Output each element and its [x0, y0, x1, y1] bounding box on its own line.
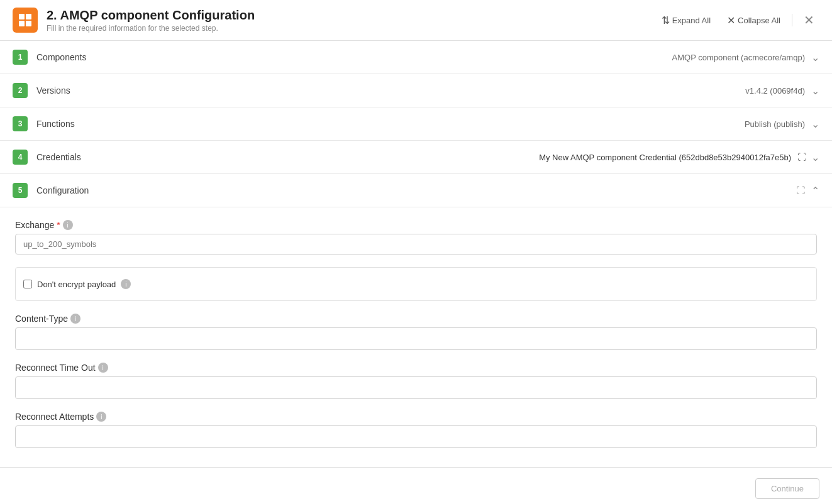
svg-rect-0 — [19, 14, 25, 19]
content-area: 1 Components AMQP component (acmecore/am… — [0, 41, 832, 468]
step-number-3: 3 — [13, 116, 28, 131]
reconnect-timeout-field-group: Reconnect Time Out i — [15, 363, 817, 399]
reconnect-attempts-input[interactable] — [15, 425, 817, 448]
chevron-down-icon-3: ⌄ — [811, 118, 819, 130]
logo-icon — [18, 13, 33, 28]
content-type-info-icon[interactable]: i — [70, 314, 80, 324]
step-label-4: Credentials — [36, 152, 539, 162]
fullscreen-icon-4[interactable]: ⛶ — [797, 152, 806, 162]
reconnect-timeout-label-row: Reconnect Time Out i — [15, 363, 817, 373]
svg-rect-1 — [26, 14, 31, 19]
reconnect-timeout-label: Reconnect Time Out — [15, 363, 96, 373]
reconnect-timeout-info-icon[interactable]: i — [98, 363, 108, 373]
step-value-3: Publish (publish) — [745, 119, 805, 129]
header-divider — [792, 14, 792, 26]
step-label-2: Versions — [36, 85, 745, 96]
modal-footer: Continue — [0, 468, 832, 504]
svg-rect-3 — [26, 21, 31, 26]
reconnect-attempts-label: Reconnect Attempts — [15, 412, 94, 422]
reconnect-attempts-info-icon[interactable]: i — [96, 412, 106, 422]
page-subtitle: Fill in the required information for the… — [47, 24, 657, 33]
step-label-1: Components — [36, 52, 672, 62]
step-value-4: My New AMQP component Credential (652dbd… — [539, 153, 791, 162]
expand-all-icon: ⇅ — [662, 14, 670, 26]
fullscreen-icon-5[interactable]: ⛶ — [796, 185, 805, 195]
step-value-1: AMQP component (acmecore/amqp) — [672, 53, 805, 62]
exchange-required-star: * — [57, 220, 60, 230]
config-body: Exchange * i Don't encrypt payload i — [0, 207, 832, 467]
config-section-header[interactable]: 5 Configuration ⛶ ⌃ — [0, 174, 832, 207]
expand-all-button[interactable]: ⇅ Expand All — [657, 12, 716, 29]
chevron-down-icon-4: ⌄ — [811, 151, 819, 163]
step-row-1[interactable]: 1 Components AMQP component (acmecore/am… — [0, 41, 832, 74]
step-row-4[interactable]: 4 Credentials My New AMQP component Cred… — [0, 141, 832, 174]
exchange-info-icon[interactable]: i — [63, 220, 73, 230]
modal-container: 2. AMQP component Configuration Fill in … — [0, 0, 832, 504]
modal-header: 2. AMQP component Configuration Fill in … — [0, 0, 832, 41]
dont-encrypt-label: Don't encrypt payload — [37, 280, 116, 289]
encrypt-checkbox-container: Don't encrypt payload i — [15, 267, 817, 301]
dont-encrypt-info-icon[interactable]: i — [121, 279, 131, 289]
expand-all-label: Expand All — [672, 16, 711, 25]
content-type-label-row: Content-Type i — [15, 314, 817, 324]
header-title-block: 2. AMQP component Configuration Fill in … — [47, 8, 657, 33]
content-type-input[interactable] — [15, 327, 817, 350]
step-row-2[interactable]: 2 Versions v1.4.2 (0069f4d) ⌄ — [0, 74, 832, 107]
collapse-all-button[interactable]: ✕ Collapse All — [722, 12, 785, 29]
reconnect-attempts-field-group: Reconnect Attempts i — [15, 412, 817, 448]
step-label-5: Configuration — [36, 185, 416, 195]
reconnect-timeout-input[interactable] — [15, 376, 817, 399]
close-button[interactable]: ✕ — [799, 11, 819, 29]
chevron-down-icon-1: ⌄ — [811, 52, 819, 63]
step-number-4: 4 — [13, 150, 28, 165]
dont-encrypt-checkbox[interactable] — [23, 280, 32, 288]
page-title: 2. AMQP component Configuration — [47, 8, 657, 23]
exchange-label: Exchange — [15, 220, 54, 230]
continue-button[interactable]: Continue — [755, 478, 819, 499]
header-actions: ⇅ Expand All ✕ Collapse All ✕ — [657, 11, 819, 29]
exchange-label-row: Exchange * i — [15, 220, 817, 230]
chevron-up-icon-5[interactable]: ⌃ — [811, 185, 819, 197]
svg-rect-2 — [19, 21, 25, 26]
step-number-5: 5 — [13, 183, 28, 198]
chevron-down-icon-2: ⌄ — [811, 85, 819, 97]
step-label-3: Functions — [36, 119, 745, 129]
exchange-field-group: Exchange * i — [15, 220, 817, 255]
collapse-all-label: Collapse All — [738, 16, 780, 25]
collapse-all-icon: ✕ — [727, 14, 735, 26]
config-section-5: 5 Configuration ⛶ ⌃ Exchange * i — [0, 174, 832, 468]
step-value-2: v1.4.2 (0069f4d) — [745, 86, 805, 96]
exchange-input[interactable] — [15, 234, 817, 255]
content-type-field-group: Content-Type i — [15, 314, 817, 350]
content-type-label: Content-Type — [15, 314, 68, 324]
encrypt-checkbox-row: Don't encrypt payload i — [23, 271, 809, 297]
reconnect-attempts-label-row: Reconnect Attempts i — [15, 412, 817, 422]
app-logo — [13, 8, 38, 33]
step-number-2: 2 — [13, 83, 28, 98]
step-number-1: 1 — [13, 50, 28, 65]
step-row-3[interactable]: 3 Functions Publish (publish) ⌄ — [0, 107, 832, 141]
